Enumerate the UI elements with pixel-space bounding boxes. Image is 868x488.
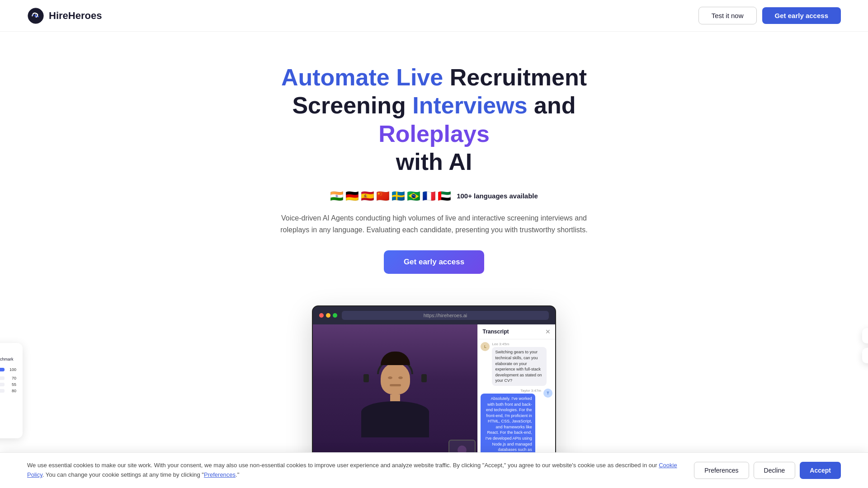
flag-ae: 🇦🇪 xyxy=(438,190,451,202)
side-widgets-right: Calls Live 5 Rescheduled 1 xyxy=(862,328,868,363)
applicants-chart-widget: APPLICANTS ANALYSES Candidate Talent Poo… xyxy=(0,343,23,438)
chat-messages: L Lee 3:45m Switching gears to your tech… xyxy=(478,339,555,461)
bar-outer-technical xyxy=(0,368,5,371)
legend-benchmark: Benchmark xyxy=(0,357,13,361)
msg-bubble-1: Switching gears to your technical skills… xyxy=(492,347,546,386)
flag-group: 🇮🇳 🇩🇪 🇪🇸 🇨🇳 🇸🇪 🇧🇷 🇫🇷 🇦🇪 xyxy=(330,190,451,202)
msg-content-1: Lee 3:45m Switching gears to your techni… xyxy=(492,342,552,386)
calls-live-card: Calls Live 5 xyxy=(862,328,868,343)
headline-screening: Screening xyxy=(292,92,412,118)
transcript-close-icon[interactable]: ✕ xyxy=(545,328,551,335)
rescheduled-card: Rescheduled 1 xyxy=(862,348,868,363)
msg-bubble-2: Absolutely. I've worked with both front … xyxy=(481,394,535,461)
logo-area: HireHeroes xyxy=(27,7,102,24)
transcript-panel: Transcript ✕ L Lee 3:45m Switching gears… xyxy=(477,324,555,461)
msg-content-2: Taylor 3:47m Absolutely. I've worked wit… xyxy=(481,389,541,461)
avatar-lee-1: L xyxy=(481,342,490,351)
flag-in: 🇮🇳 xyxy=(330,190,344,202)
avatar-taylor-1: T xyxy=(543,389,552,398)
browser-bar: https://hireheroes.ai xyxy=(313,306,555,324)
video-call-area xyxy=(313,324,477,461)
bar-row-python: Python 55 xyxy=(0,382,16,387)
browser-content: Transcript ✕ L Lee 3:45m Switching gears… xyxy=(313,324,555,461)
test-it-now-button[interactable]: Test it now xyxy=(698,7,757,24)
languages-row: 🇮🇳 🇩🇪 🇪🇸 🇨🇳 🇸🇪 🇧🇷 🇫🇷 🇦🇪 100+ languages a… xyxy=(9,190,859,202)
headline-automate-live: Automate Live xyxy=(281,64,443,90)
svg-point-2 xyxy=(33,14,34,15)
chat-message-2: T Taylor 3:47m Absolutely. I've worked w… xyxy=(481,389,552,461)
logo-icon xyxy=(27,7,44,24)
flag-es: 🇪🇸 xyxy=(361,190,374,202)
mockup-area: APPLICANTS ANALYSES Candidate Talent Poo… xyxy=(0,292,868,461)
chart-title: APPLICANTS ANALYSES xyxy=(0,348,16,353)
transcript-title: Transcript xyxy=(482,328,509,335)
dot-yellow xyxy=(326,313,330,318)
chat-message-1: L Lee 3:45m Switching gears to your tech… xyxy=(481,342,552,386)
headline-with-ai: with AI xyxy=(396,149,472,175)
header: HireHeroes Test it now Get early access xyxy=(0,0,868,32)
msg-meta-2: Taylor 3:47m xyxy=(481,389,541,393)
svg-point-1 xyxy=(35,14,37,17)
hero-subtext: Voice-driven AI Agents conducting high v… xyxy=(280,212,588,236)
browser-dots xyxy=(319,313,337,318)
bar-row-technical-benchmark: 70 xyxy=(0,376,16,380)
nav-buttons: Test it now Get early access xyxy=(698,7,841,24)
hero-section: Automate Live Recruitment Screening Inte… xyxy=(0,32,868,292)
chart-bars: Technical Leadership 100 70 Python 55 xyxy=(0,365,16,393)
dot-red xyxy=(319,313,324,318)
headline-recruitment: Recruitment xyxy=(443,64,587,90)
headline-roleplays: Roleplays xyxy=(378,121,490,147)
logo-text: HireHeroes xyxy=(49,10,102,22)
headline-interviews: Interviews xyxy=(412,92,527,118)
bar-outer-technical-bm xyxy=(0,376,5,380)
bar-row-coding: Coding Knowledge 80 xyxy=(0,389,16,393)
get-early-access-header-button[interactable]: Get early access xyxy=(762,7,841,24)
get-early-access-main-button[interactable]: Get early access xyxy=(384,250,484,274)
dot-green xyxy=(333,313,337,318)
browser-url: https://hireheroes.ai xyxy=(342,311,549,320)
flag-de: 🇩🇪 xyxy=(345,190,359,202)
browser-window: https://hireheroes.ai xyxy=(312,305,556,461)
flag-se: 🇸🇪 xyxy=(392,190,405,202)
chart-legend: Candidate Talent Pool Benchmark xyxy=(0,357,16,361)
languages-label: 100+ languages available xyxy=(457,192,538,200)
bar-outer-coding xyxy=(0,389,5,393)
radar-chart xyxy=(0,397,16,433)
bar-outer-python xyxy=(0,383,5,386)
flag-cn: 🇨🇳 xyxy=(376,190,390,202)
transcript-header: Transcript ✕ xyxy=(478,324,555,339)
flag-br: 🇧🇷 xyxy=(407,190,420,202)
headline-and: and xyxy=(528,92,576,118)
msg-meta-1: Lee 3:45m xyxy=(492,342,552,346)
svg-point-3 xyxy=(38,16,39,17)
bar-row-technical: Technical Leadership 100 xyxy=(0,365,16,374)
hero-headline: Automate Live Recruitment Screening Inte… xyxy=(240,63,628,176)
flag-fr: 🇫🇷 xyxy=(422,190,436,202)
cookie-banner: We use essential cookies to make our sit… xyxy=(0,452,868,461)
